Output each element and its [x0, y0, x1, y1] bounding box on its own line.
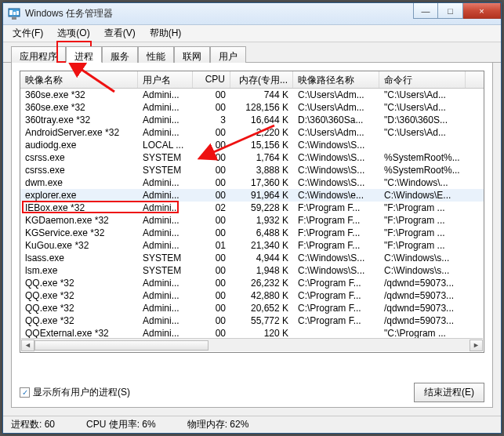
statusbar: 进程数: 60 CPU 使用率: 6% 物理内存: 62%: [3, 416, 501, 433]
footer-row: ✓ 显示所有用户的进程(S) 结束进程(E): [20, 383, 484, 402]
table-row[interactable]: QQ.exe *32Admini...0042,880 KC:\Program …: [20, 289, 484, 302]
table-row[interactable]: explorer.exeAdmini...0091,964 KC:\Window…: [20, 189, 484, 202]
svg-rect-2: [13, 12, 16, 15]
cell-path: C:\Windows\S...: [293, 164, 379, 176]
cell-name: lsass.exe: [20, 252, 138, 264]
cell-path: C:\Windows\S...: [293, 264, 379, 277]
tab-networking[interactable]: 联网: [174, 46, 210, 63]
table-row[interactable]: KGService.exe *32Admini...006,488 KF:\Pr…: [20, 227, 484, 239]
cell-cmd: "F:\Program ...: [379, 227, 466, 239]
tab-performance[interactable]: 性能: [138, 46, 174, 63]
table-row[interactable]: lsass.exeSYSTEM004,944 KC:\Windows\S...C…: [20, 252, 484, 264]
column-headers: 映像名称 用户名 CPU 内存(专用... 映像路径名称 命令行: [20, 71, 484, 89]
table-row[interactable]: KuGou.exe *32Admini...0121,340 KF:\Progr…: [20, 239, 484, 252]
cell-cmd: /qdwnd=59073...: [379, 302, 466, 314]
cell-name: audiodg.exe: [20, 139, 138, 151]
cell-path: C:\Program F...: [293, 289, 379, 302]
col-cpu[interactable]: CPU: [193, 71, 230, 88]
scroll-track[interactable]: [34, 340, 470, 351]
cell-user: Admini...: [138, 101, 193, 114]
table-row[interactable]: dwm.exeAdmini...0017,360 KC:\Windows\S..…: [20, 176, 484, 189]
cell-cmd: /qdwnd=59073...: [379, 277, 466, 289]
cell-user: Admini...: [138, 202, 193, 214]
cell-path: C:\Program F...: [293, 302, 379, 314]
col-image-name[interactable]: 映像名称: [20, 71, 138, 88]
table-row[interactable]: lsm.exeSYSTEM001,948 KC:\Windows\S...C:\…: [20, 264, 484, 277]
col-memory[interactable]: 内存(专用...: [230, 71, 293, 88]
scroll-thumb[interactable]: [34, 340, 208, 351]
table-row[interactable]: QQ.exe *32Admini...0020,652 KC:\Program …: [20, 302, 484, 314]
close-button[interactable]: ×: [463, 3, 501, 19]
cell-name: IEBox.exe *32: [20, 202, 138, 214]
tab-services[interactable]: 服务: [102, 46, 138, 63]
table-row[interactable]: QQ.exe *32Admini...0055,772 KC:\Program …: [20, 314, 484, 327]
cell-cpu: 00: [193, 189, 230, 202]
cell-user: Admini...: [138, 176, 193, 189]
cell-user: Admini...: [138, 314, 193, 327]
menubar: 文件(F) 选项(O) 查看(V) 帮助(H): [3, 25, 501, 42]
cell-mem: 21,340 K: [230, 239, 293, 252]
table-row[interactable]: AndroidServer.exe *32Admini...002,220 KC…: [20, 126, 484, 139]
tabstrip: 应用程序 进程 服务 性能 联网 用户: [3, 42, 501, 63]
cell-cmd: "F:\Program ...: [379, 202, 466, 214]
cell-user: Admini...: [138, 89, 193, 101]
cell-mem: 42,880 K: [230, 289, 293, 302]
table-row[interactable]: 360se.exe *32Admini...00744 KC:\Users\Ad…: [20, 89, 484, 101]
col-command-line[interactable]: 命令行: [379, 71, 466, 88]
cell-mem: 744 K: [230, 89, 293, 101]
menu-help[interactable]: 帮助(H): [143, 25, 188, 42]
titlebar[interactable]: Windows 任务管理器 — □ ×: [3, 3, 501, 25]
cell-mem: 128,156 K: [230, 101, 293, 114]
tab-applications[interactable]: 应用程序: [11, 46, 66, 63]
table-row[interactable]: 360tray.exe *32Admini...316,644 KD:\360\…: [20, 114, 484, 126]
table-row[interactable]: csrss.exeSYSTEM003,888 KC:\Windows\S...%…: [20, 164, 484, 176]
table-row[interactable]: IEBox.exe *32Admini...0259,228 KF:\Progr…: [20, 202, 484, 214]
col-user[interactable]: 用户名: [138, 71, 193, 88]
cell-path: C:\Windows\e...: [293, 189, 379, 202]
col-image-path[interactable]: 映像路径名称: [293, 71, 379, 88]
checkbox-label: 显示所有用户的进程(S): [33, 386, 130, 399]
minimize-button[interactable]: —: [413, 3, 438, 19]
cell-cpu: 00: [193, 277, 230, 289]
menu-options[interactable]: 选项(O): [51, 25, 96, 42]
cell-user: Admini...: [138, 189, 193, 202]
cell-name: 360se.exe *32: [20, 101, 138, 114]
end-process-button[interactable]: 结束进程(E): [414, 383, 484, 402]
table-row[interactable]: QQ.exe *32Admini...0026,232 KC:\Program …: [20, 277, 484, 289]
horizontal-scrollbar[interactable]: ◄ ►: [21, 338, 483, 351]
cell-path: F:\Program F...: [293, 227, 379, 239]
cell-cpu: 00: [193, 176, 230, 189]
table-row[interactable]: KGDaemon.exe *32Admini...001,932 KF:\Pro…: [20, 214, 484, 227]
cell-cmd: C:\Windows\E...: [379, 189, 466, 202]
cell-mem: 55,772 K: [230, 314, 293, 327]
table-row[interactable]: audiodg.exeLOCAL ...0015,156 KC:\Windows…: [20, 139, 484, 151]
cell-user: LOCAL ...: [138, 139, 193, 151]
cell-name: QQ.exe *32: [20, 277, 138, 289]
cell-name: AndroidServer.exe *32: [20, 126, 138, 139]
tab-users[interactable]: 用户: [210, 46, 246, 63]
cell-path: C:\Program F...: [293, 314, 379, 327]
cell-mem: 20,652 K: [230, 302, 293, 314]
menu-file[interactable]: 文件(F): [6, 25, 49, 42]
cell-cmd: "C:\Windows\...: [379, 176, 466, 189]
show-all-users-checkbox[interactable]: ✓ 显示所有用户的进程(S): [20, 386, 130, 399]
process-rows[interactable]: 360se.exe *32Admini...00744 KC:\Users\Ad…: [20, 89, 484, 340]
scroll-left-icon[interactable]: ◄: [21, 340, 34, 351]
process-list[interactable]: 映像名称 用户名 CPU 内存(专用... 映像路径名称 命令行 360se.e…: [20, 71, 484, 353]
cell-cpu: 00: [193, 289, 230, 302]
cell-name: dwm.exe: [20, 176, 138, 189]
cell-user: Admini...: [138, 302, 193, 314]
cell-cmd: C:\Windows\s...: [379, 264, 466, 277]
maximize-button[interactable]: □: [438, 3, 463, 19]
status-cpu-usage: CPU 使用率: 6%: [86, 418, 156, 431]
cell-user: SYSTEM: [138, 264, 193, 277]
table-row[interactable]: csrss.exeSYSTEM001,764 KC:\Windows\S...%…: [20, 151, 484, 164]
cell-path: C:\Program F...: [293, 277, 379, 289]
cell-name: KuGou.exe *32: [20, 239, 138, 252]
menu-view[interactable]: 查看(V): [98, 25, 142, 42]
cell-cmd: %SystemRoot%...: [379, 151, 466, 164]
tab-processes[interactable]: 进程: [66, 46, 102, 63]
cell-path: F:\Program F...: [293, 239, 379, 252]
scroll-right-icon[interactable]: ►: [470, 340, 483, 351]
table-row[interactable]: 360se.exe *32Admini...00128,156 KC:\User…: [20, 101, 484, 114]
